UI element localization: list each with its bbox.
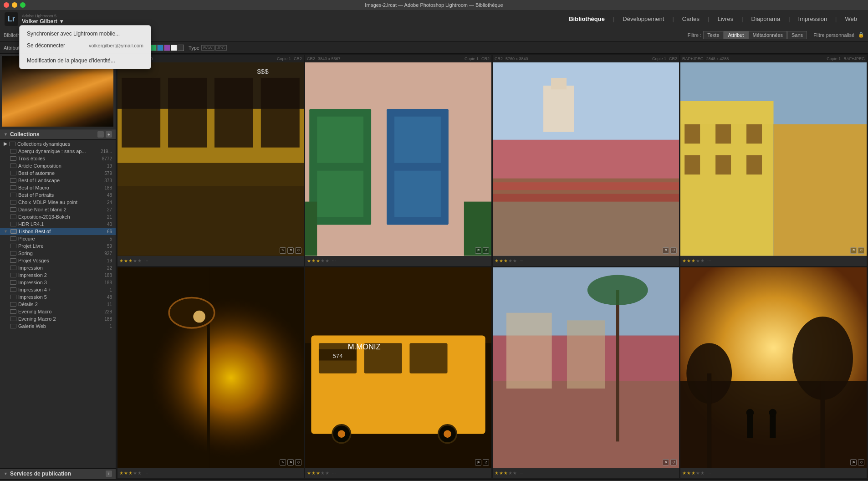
photo-cell-1[interactable]: CR2 5551 x 3840 Copie 1 CR2: [117, 55, 304, 266]
close-button[interactable]: [4, 2, 9, 8]
color-white[interactable]: [171, 45, 177, 51]
type-jpg[interactable]: JPG: [215, 45, 227, 51]
filter-texte[interactable]: Texte: [703, 31, 723, 39]
expand-arrow: ▼: [4, 229, 8, 234]
photo-cell-3[interactable]: CR2 5760 x 3840 Copie 1 CR2: [493, 55, 679, 266]
collection-impression5[interactable]: Impression 5 48: [0, 293, 116, 301]
color-purple[interactable]: [164, 45, 170, 51]
coll-count: 228: [104, 309, 112, 314]
collection-best-macro[interactable]: Best of Macro 188: [0, 184, 116, 191]
pstar-6-5: ★: [325, 471, 329, 476]
photo-cell-4[interactable]: RAF+JPEG 2848 x 4288 Copie 1 RAF+JPEG: [680, 55, 867, 266]
collection-galerie-web[interactable]: Galerie Web 1: [0, 322, 116, 330]
services-plus-btn[interactable]: +: [106, 471, 112, 477]
filter-metadonnees[interactable]: Métadonnées: [748, 31, 787, 39]
collections-minus-btn[interactable]: –: [97, 131, 104, 138]
bottombar: ⊞ □ ⊟ ⊠ ⇅ Tri par : Heure de capture ▾ ◀…: [0, 479, 868, 481]
coll-count: 22: [107, 266, 112, 271]
coll-name: Spring: [18, 251, 102, 256]
photo-cell-5[interactable]: ✎ ⚑ ↺ ★ ★ ★ ★ ★ ···: [117, 267, 304, 478]
tab-livres[interactable]: Livres: [711, 14, 740, 24]
color-green[interactable]: [150, 45, 157, 51]
collection-projet-livre[interactable]: Projet Livre 59: [0, 242, 116, 250]
coll-count: 21: [107, 215, 112, 220]
sidebar: ▼ Collections – + ▶ Collections dynamiqu…: [0, 54, 116, 479]
svg-rect-15: [394, 171, 441, 217]
collection-impression3[interactable]: Impression 3 188: [0, 279, 116, 286]
collection-choix-mdlp[interactable]: Choix MDLP Mise au point 24: [0, 199, 116, 206]
collection-evening-macro[interactable]: Evening Macro 228: [0, 308, 116, 315]
pstar-5-2: ★: [124, 471, 128, 476]
filter-lock-icon[interactable]: 🔒: [858, 32, 864, 38]
svg-rect-19: [493, 62, 679, 140]
pstar-3-3: ★: [504, 258, 508, 263]
maximize-button[interactable]: [20, 2, 26, 8]
collection-piccure[interactable]: Piccure 5: [0, 235, 116, 242]
overlay-flag-3: ⚑: [663, 247, 669, 254]
collections-dynamiques-group[interactable]: ▶ Collections dynamiques: [0, 140, 116, 148]
photo-copy-format-4: RAF+JPEG: [843, 56, 865, 61]
photo-dots-8: ···: [707, 471, 711, 476]
svg-rect-20: [543, 86, 574, 132]
user-info[interactable]: Adobe Lightroom 5 Volker Gilbert ▾: [22, 14, 63, 25]
sync-mobile-item[interactable]: Synchroniser avec Lightroom mobile...: [20, 28, 151, 40]
coll-name: Danse Noir et blanc 2: [18, 207, 105, 212]
collection-evening-macro2[interactable]: Evening Macro 2 188: [0, 315, 116, 322]
collection-article[interactable]: Article Composition 19: [0, 162, 116, 169]
collection-projet-vosges[interactable]: Projet Vosges 19: [0, 257, 116, 264]
filter-sans[interactable]: Sans: [787, 31, 807, 39]
collections-plus-btn[interactable]: +: [106, 131, 112, 138]
collection-impression4[interactable]: Impression 4 + 1: [0, 286, 116, 293]
tab-web[interactable]: Web: [839, 14, 864, 24]
svg-rect-70: [747, 415, 753, 438]
color-blue[interactable]: [157, 45, 163, 51]
collection-apercu[interactable]: Aperçu dynamique : sans ap... 219...: [0, 148, 116, 155]
coll-name: Impression 2: [18, 272, 102, 278]
collection-lisbon[interactable]: ▼ Lisbon-Best of 66: [0, 228, 116, 235]
collection-spring[interactable]: Spring 927: [0, 250, 116, 257]
photo-cell-8[interactable]: ⚑ ↺ ★ ★ ★ ★ ★ ···: [680, 267, 867, 478]
photo-cell-2[interactable]: CR2 3840 x 5567 Copie 1 CR2: [305, 55, 491, 266]
coll-icon: [10, 193, 16, 197]
overlay-rotate-2: ↺: [483, 247, 489, 254]
minimize-button[interactable]: [12, 2, 17, 8]
collection-details2[interactable]: Détails 2 11: [0, 301, 116, 308]
collection-trois-etoiles[interactable]: Trois étoiles 8772: [0, 155, 116, 162]
filter-personalized[interactable]: Filtre personnalisé: [813, 32, 854, 38]
collection-best-portraits[interactable]: Best of Portraits 48: [0, 191, 116, 199]
disconnect-item[interactable]: Se déconnecter volkergilbert@ymail.com: [20, 40, 151, 51]
tab-bibliotheque[interactable]: Bibliothèque: [562, 14, 611, 24]
coll-count: 27: [107, 207, 112, 212]
pstar-4-5: ★: [700, 258, 705, 263]
coll-count: 66: [107, 229, 112, 234]
collection-best-landscape[interactable]: Best of Landscape 373: [0, 177, 116, 184]
collection-impression2[interactable]: Impression 2 188: [0, 271, 116, 279]
type-raw[interactable]: RAW: [201, 45, 214, 51]
coll-count: 8772: [102, 156, 112, 161]
pstar-1-4: ★: [133, 258, 137, 263]
filter-attribut[interactable]: Attribut: [724, 31, 748, 39]
services-header[interactable]: ▼ Services de publication +: [0, 468, 116, 479]
modify-identity-item[interactable]: Modification de la plaque d'identité...: [20, 55, 151, 67]
tab-impression[interactable]: Impression: [792, 14, 834, 24]
photo-overlay-4: ⚑ ↺: [850, 247, 864, 254]
color-none[interactable]: [178, 45, 184, 51]
photo-stars-5: ★ ★ ★ ★ ★: [119, 471, 142, 476]
svg-rect-30: [684, 124, 700, 143]
tab-diaporama[interactable]: Diaporama: [745, 14, 787, 24]
photo-stars-4: ★ ★ ★ ★ ★: [682, 258, 705, 263]
collection-hdr[interactable]: HDR LR4.1 40: [0, 220, 116, 228]
photo-bottom-6: ★ ★ ★ ★ ★ ···: [305, 468, 491, 478]
collection-best-automne[interactable]: Best of automne 579: [0, 169, 116, 177]
photo-cell-6[interactable]: 574 M.MONIZ ⚑ ↺: [305, 267, 491, 478]
collection-impression[interactable]: Impression 22: [0, 264, 116, 271]
svg-text:$$$: $$$: [257, 67, 269, 75]
coll-count: 1: [109, 324, 112, 329]
collection-danse[interactable]: Danse Noir et blanc 2 27: [0, 206, 116, 213]
collection-exposition[interactable]: Exposition-2013-Bokeh 21: [0, 213, 116, 220]
svg-rect-69: [821, 381, 825, 468]
photo-cell-7[interactable]: ⚑ ↺ ★ ★ ★ ★ ★ ···: [493, 267, 679, 478]
collections-header[interactable]: ▼ Collections – +: [0, 129, 116, 140]
tab-cartes[interactable]: Cartes: [676, 14, 706, 24]
tab-developpement[interactable]: Développement: [616, 14, 670, 24]
